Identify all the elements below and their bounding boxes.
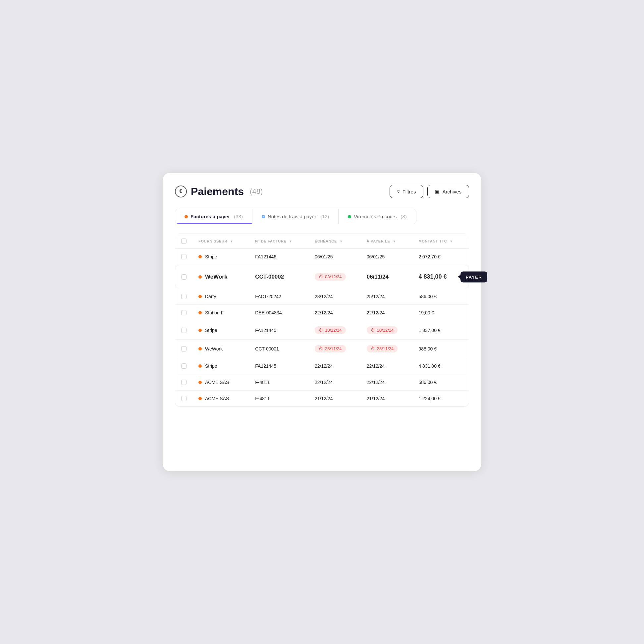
row-checkbox[interactable] (181, 346, 187, 351)
amount-value: 4 831,00 € (418, 363, 440, 369)
table-row: Stripe FA121445 ⏱10/12/24 ⏱10/12/24 1 33… (175, 321, 469, 340)
table-header-row: FOURNISSEUR ▼ N° DE FACTURE ▼ ÉCHÉANCE ▼… (175, 234, 469, 249)
tab-factures-label: Factures à payer (190, 214, 230, 219)
invoice-cell: CCT-00001 (249, 340, 309, 358)
payer-le-cell: 22/12/24 (361, 358, 413, 374)
payer-le-sort-icon: ▼ (393, 240, 396, 243)
row-checkbox[interactable] (181, 310, 187, 315)
featured-supplier-cell: WeWork (192, 265, 249, 289)
col-montant-label: MONTANT TTC (418, 239, 447, 243)
filter-icon: ▿ (397, 188, 400, 194)
tab-virements[interactable]: Virements en cours (3) (339, 209, 416, 224)
echeance-date: 22/12/24 (315, 380, 333, 385)
status-dot (198, 347, 202, 350)
payments-table: FOURNISSEUR ▼ N° DE FACTURE ▼ ÉCHÉANCE ▼… (175, 234, 469, 406)
amount-cell: 2 072,70 € (412, 249, 469, 265)
supplier-cell: Station F (192, 305, 249, 321)
supplier-cell: Stripe (192, 249, 249, 265)
supplier-name: Darty (205, 294, 216, 299)
tab-virements-count: (3) (401, 214, 406, 219)
table-row: Darty FACT-20242 28/12/24 25/12/24 586,0… (175, 289, 469, 305)
row-checkbox[interactable] (181, 254, 187, 259)
echeance-cell: ⏱10/12/24 (309, 321, 361, 340)
supplier-cell: Darty (192, 289, 249, 305)
col-facture[interactable]: N° DE FACTURE ▼ (249, 234, 309, 249)
echeance-overdue-badge: ⏱28/11/24 (315, 345, 346, 352)
payer-le-overdue-icon: ⏱ (371, 346, 375, 351)
amount-value: 1 224,00 € (418, 396, 440, 401)
payer-le-overdue-badge: ⏱10/12/24 (367, 326, 398, 334)
col-montant[interactable]: MONTANT TTC ▼ (412, 234, 469, 249)
supplier-name: Stripe (205, 254, 217, 259)
supplier-cell: WeWork (192, 340, 249, 358)
payer-le-date: 25/12/24 (367, 294, 385, 299)
tab-factures[interactable]: Factures à payer (33) (175, 209, 252, 224)
col-facture-label: N° DE FACTURE (255, 239, 286, 243)
page-title: Paiements (191, 186, 244, 198)
overdue-icon: ⏱ (319, 346, 323, 351)
supplier-name: Stripe (205, 328, 217, 333)
echeance-date: 06/01/25 (315, 254, 333, 259)
featured-check-cell (175, 265, 192, 289)
amount-cell: 1 224,00 € (412, 391, 469, 407)
table-row: ACME SAS F-4811 22/12/24 22/12/24 586,00… (175, 374, 469, 391)
supplier-name: ACME SAS (205, 380, 229, 385)
invoice-number: FACT-20242 (255, 294, 281, 299)
invoice-number: FA121446 (255, 254, 276, 259)
filtres-button[interactable]: ▿ Filtres (390, 185, 424, 198)
row-checkbox[interactable] (181, 396, 187, 401)
echeance-overdue-badge: ⏱03/12/24 (315, 273, 346, 281)
invoice-number: DEE-004834 (255, 310, 282, 315)
tab-frais[interactable]: Notes de frais à payer (12) (252, 209, 339, 224)
check-cell (175, 374, 192, 391)
row-checkbox[interactable] (181, 380, 187, 385)
title-group: € Paiements (48) (175, 186, 263, 198)
amount-cell: 4 831,00 € (412, 358, 469, 374)
archive-icon: ▣ (435, 188, 440, 194)
echeance-overdue-badge: ⏱10/12/24 (315, 326, 346, 334)
tab-dot-virements (348, 215, 351, 218)
payer-tooltip: PAYER (460, 271, 487, 282)
amount-cell: 1 337,00 € (412, 321, 469, 340)
montant-sort-icon: ▼ (450, 240, 453, 243)
tab-dot-factures (185, 215, 188, 218)
col-fournisseur[interactable]: FOURNISSEUR ▼ (192, 234, 249, 249)
col-echeance[interactable]: ÉCHÉANCE ▼ (309, 234, 361, 249)
payer-le-cell: ⏱10/12/24 (361, 321, 413, 340)
amount-value: 19,00 € (418, 310, 434, 315)
col-payer-le[interactable]: À PAYER LE ▼ (361, 234, 413, 249)
tab-frais-label: Notes de frais à payer (268, 214, 316, 219)
featured-checkbox[interactable] (181, 274, 187, 280)
select-all-checkbox[interactable] (181, 239, 187, 244)
supplier-cell: Stripe (192, 358, 249, 374)
invoice-number: FA121445 (255, 363, 276, 369)
featured-echeance-cell: ⏱03/12/24 (309, 265, 361, 289)
supplier-name: WeWork (205, 346, 223, 351)
header-buttons: ▿ Filtres ▣ Archives (390, 185, 469, 198)
row-checkbox[interactable] (181, 363, 187, 369)
row-checkbox[interactable] (181, 294, 187, 299)
echeance-cell: ⏱28/11/24 (309, 340, 361, 358)
archives-label: Archives (442, 189, 461, 194)
col-echeance-label: ÉCHÉANCE (315, 239, 337, 243)
echeance-date: 21/12/24 (315, 396, 333, 401)
check-cell (175, 340, 192, 358)
payer-le-cell: 06/01/25 (361, 249, 413, 265)
amount-value: 586,00 € (418, 380, 437, 385)
featured-amount-cell: 4 831,00 € PAYER (412, 265, 469, 289)
payer-le-cell: 25/12/24 (361, 289, 413, 305)
featured-status-dot (198, 275, 202, 279)
archives-button[interactable]: ▣ Archives (427, 185, 469, 198)
echeance-date: 22/12/24 (315, 363, 333, 369)
page-count: (48) (250, 187, 263, 196)
col-payer-le-label: À PAYER LE (367, 239, 390, 243)
payer-le-cell: 21/12/24 (361, 391, 413, 407)
table-row: WeWork CCT-00001 ⏱28/11/24 ⏱28/11/24 988… (175, 340, 469, 358)
invoice-cell: FACT-20242 (249, 289, 309, 305)
payer-le-date: 22/12/24 (367, 380, 385, 385)
echeance-cell: 22/12/24 (309, 374, 361, 391)
filtres-label: Filtres (403, 189, 416, 194)
status-dot (198, 255, 202, 258)
row-checkbox[interactable] (181, 328, 187, 333)
invoice-number: FA121445 (255, 328, 276, 333)
